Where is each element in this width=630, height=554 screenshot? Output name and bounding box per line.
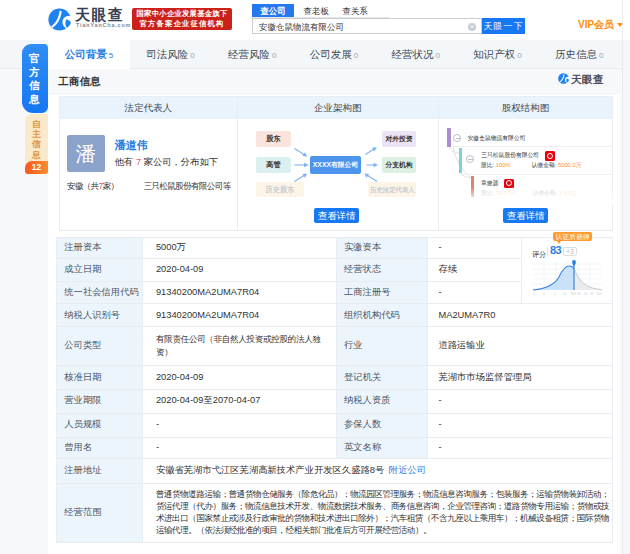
svg-text:100: 100	[596, 292, 602, 296]
svg-text:5: 5	[554, 292, 556, 296]
svg-text:0: 0	[533, 292, 535, 296]
svg-text:NN: NN	[571, 292, 576, 296]
svg-text:99: 99	[590, 292, 594, 296]
svg-text:25: 25	[577, 292, 581, 296]
svg-text:10: 10	[563, 292, 567, 296]
svg-text:1: 1	[543, 292, 545, 296]
svg-text:50: 50	[584, 292, 588, 296]
